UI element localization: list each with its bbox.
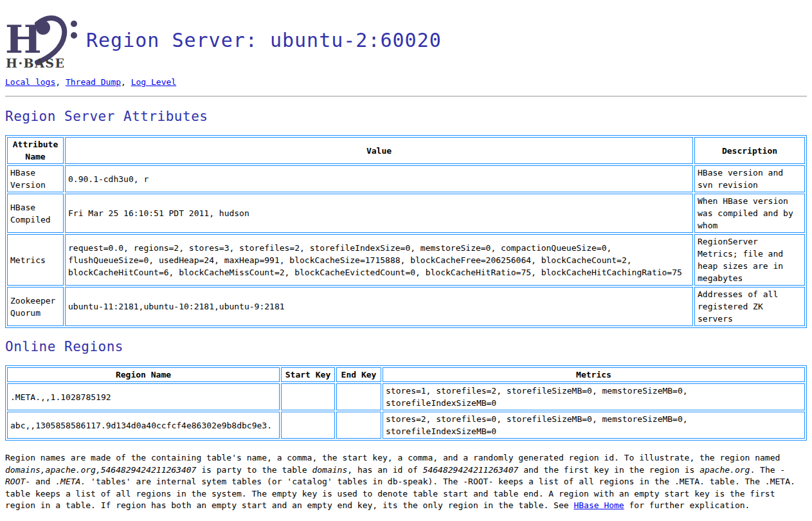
column-header-description: Description <box>694 137 805 164</box>
region-name-cell: abc,,1305858586117.9d134d0a40ccfcf4e8630… <box>7 412 280 439</box>
footer-text: and the first key in the region is <box>518 465 699 475</box>
attribute-value-cell: 0.90.1-cdh3u0, r <box>65 165 693 192</box>
attribute-name-cell: Zookeeper Quorum <box>7 287 64 326</box>
attribute-name-cell: HBase Compiled <box>7 194 64 233</box>
end-key-cell <box>336 383 381 410</box>
page-title: Region Server: ubuntu-2:60020 <box>86 29 442 51</box>
table-row-zookeeper-quorum: Zookeeper Quorum ubuntu-11:2181,ubuntu-1… <box>7 287 805 326</box>
footer-text: Region names are made of the containing … <box>5 453 780 462</box>
footer-text: is party to the table <box>196 465 312 475</box>
column-header-end-key: End Key <box>336 367 381 382</box>
thread-dump-link[interactable]: Thread Dump <box>66 77 121 87</box>
page-header: H H·BASE Region Server: ubuntu-2:60020 <box>5 10 807 69</box>
hbase-home-link[interactable]: HBase Home <box>573 500 624 510</box>
header-nav: Local logs, Thread Dump, Log Level <box>5 77 807 87</box>
column-header-metrics: Metrics <box>383 367 805 382</box>
column-header-region-name: Region Name <box>7 367 280 382</box>
hbase-wordmark: H·BASE <box>6 56 66 69</box>
footer-text-italic: domains,apache.org,5464829424211263407 <box>5 465 196 475</box>
column-header-attribute-name: Attribute Name <box>7 137 64 164</box>
footer-text: . The - <box>750 465 785 475</box>
attribute-description-cell: RegionServer Metrics; file and heap size… <box>694 234 805 286</box>
online-regions-table: Region Name Start Key End Key Metrics .M… <box>5 365 807 441</box>
region-metrics-cell: stores=1, storefiles=2, storefileSizeMB=… <box>383 383 805 410</box>
attribute-description-cell: Addresses of all registered ZK servers <box>694 287 805 326</box>
footer-text: - and <box>25 477 55 486</box>
online-regions-heading: Online Regions <box>5 339 807 354</box>
footer-text-italic: ROOT <box>5 477 25 486</box>
start-key-cell <box>281 412 335 439</box>
local-logs-link[interactable]: Local logs <box>5 77 55 87</box>
nav-separator: , <box>121 77 131 87</box>
attribute-name-cell: HBase Version <box>7 165 64 192</box>
footer-paragraph: Region names are made of the containing … <box>5 452 807 512</box>
start-key-cell <box>281 383 335 410</box>
hbase-logo[interactable]: H H·BASE <box>5 10 81 69</box>
footer-text-italic: 5464829424211263407 <box>423 465 519 475</box>
attribute-value-cell: Fri Mar 25 16:10:51 PDT 2011, hudson <box>65 194 693 233</box>
footer-text: , has an id of <box>347 465 422 475</box>
hbase-logo-icon: H H·BASE <box>5 10 81 69</box>
column-header-start-key: Start Key <box>281 367 335 382</box>
table-row-metrics: Metrics request=0.0, regions=2, stores=3… <box>7 234 805 286</box>
footer-text: for further explication. <box>624 500 750 510</box>
attribute-description-cell: HBase version and svn revision <box>694 165 805 192</box>
attribute-name-cell: Metrics <box>7 234 64 286</box>
table-row-abc-region: abc,,1305858586117.9d134d0a40ccfcf4e8630… <box>7 412 805 439</box>
table-row-hbase-version: HBase Version 0.90.1-cdh3u0, r HBase ver… <box>7 165 805 192</box>
attributes-table: Attribute Name Value Description HBase V… <box>5 135 807 328</box>
regions-header-row: Region Name Start Key End Key Metrics <box>7 367 805 382</box>
attributes-heading: Region Server Attributes <box>5 109 807 124</box>
footer-text-italic: apache.org <box>699 465 750 475</box>
footer-text-italic: .META. <box>55 477 86 486</box>
attribute-value-cell: request=0.0, regions=2, stores=3, storef… <box>65 234 693 286</box>
divider <box>5 96 807 98</box>
attribute-description-cell: When HBase version was compiled and by w… <box>694 194 805 233</box>
footer-text-italic: domains <box>312 465 347 475</box>
table-row-hbase-compiled: HBase Compiled Fri Mar 25 16:10:51 PDT 2… <box>7 194 805 233</box>
table-row-meta-region: .META.,,1.1028785192 stores=1, storefile… <box>7 383 805 410</box>
log-level-link[interactable]: Log Level <box>131 77 176 87</box>
end-key-cell <box>336 412 381 439</box>
nav-separator: , <box>55 77 66 87</box>
column-header-value: Value <box>65 137 693 164</box>
attribute-value-cell: ubuntu-11:2181,ubuntu-10:2181,ubuntu-9:2… <box>65 287 693 326</box>
attributes-header-row: Attribute Name Value Description <box>7 137 805 164</box>
region-metrics-cell: stores=2, storefiles=0, storefileSizeMB=… <box>383 412 805 439</box>
region-name-cell: .META.,,1.1028785192 <box>7 383 280 410</box>
